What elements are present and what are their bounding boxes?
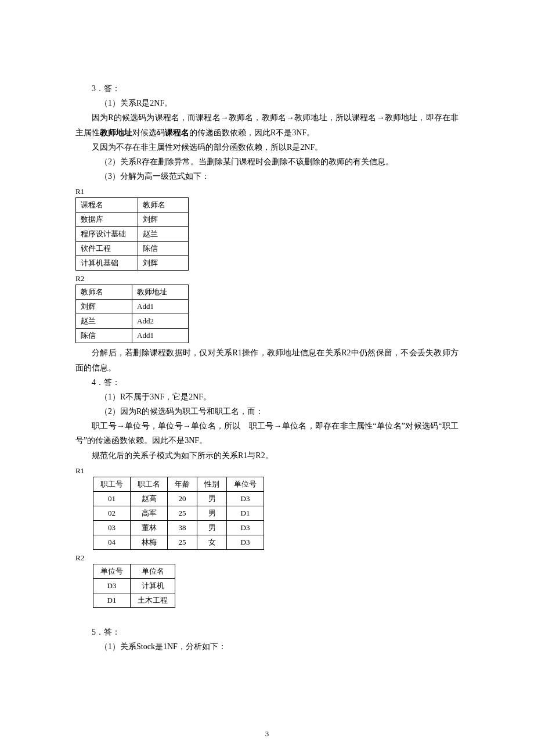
table-row: 软件工程陈信 (76, 242, 189, 256)
table-header: 教师名 (76, 285, 132, 300)
table-cell: 25 (168, 506, 197, 520)
table-cell: 男 (197, 506, 227, 520)
table-header: 职工号 (93, 477, 131, 491)
table-row: 02高军25男D1 (93, 506, 264, 520)
table-label-r1: R1 (75, 466, 459, 476)
table-cell: D1 (227, 506, 264, 520)
q3-table-r1: 课程名 教师名 数据库刘辉 程序设计基础赵兰 软件工程陈信 计算机基础刘辉 (75, 197, 189, 271)
q4-para4: 规范化后的关系子模式为如下所示的关系R1与R2。 (75, 448, 459, 463)
table-row: 04林梅25女D3 (93, 535, 264, 549)
q5-heading: 5．答： (75, 625, 459, 639)
table-cell: 03 (93, 520, 131, 535)
table-row: 单位号 单位名 (93, 564, 175, 578)
table-header: 单位名 (131, 564, 175, 578)
q3-point2: （2）关系R存在删除异常。当删除某门课程时会删除不该删除的教师的有关信息。 (75, 154, 459, 169)
table-cell: 男 (197, 520, 227, 535)
table-cell: D3 (227, 491, 264, 506)
table-label-r1: R1 (75, 187, 459, 196)
table-cell: D3 (227, 535, 264, 549)
table-cell: Add2 (132, 314, 189, 329)
table-header: 课程名 (76, 198, 138, 213)
bold-text: 课程名 (165, 128, 189, 137)
q4-para3: 职工号→单位号，单位号→单位名，所以 职工号→单位名，即存在非主属性“单位名”对… (75, 419, 459, 448)
q4-point2: （2）因为R的候选码为职工号和职工名，而： (75, 404, 459, 419)
table-label-r2: R2 (75, 274, 459, 283)
q5-point1: （1）关系Stock是1NF，分析如下： (75, 639, 459, 654)
table-row: D1土木工程 (93, 593, 175, 607)
table-row: 教师名 教师地址 (76, 285, 189, 300)
table-cell: 赵兰 (76, 314, 132, 329)
table-row: 03董林38男D3 (93, 520, 264, 535)
text: 对候选码 (132, 128, 165, 137)
q3-point3: （3）分解为高一级范式如下： (75, 169, 459, 183)
q3-heading: 3．答： (75, 81, 459, 96)
table-label-r2: R2 (75, 553, 459, 563)
q3-table-r2: 教师名 教师地址 刘辉Add1 赵兰Add2 陈信Add1 (75, 285, 189, 343)
table-row: 赵兰Add2 (76, 314, 189, 329)
spacer (75, 610, 459, 625)
table-cell: 软件工程 (76, 242, 138, 256)
q3-para6: 分解后，若删除课程数据时，仅对关系R1操作，教师地址信息在关系R2中仍然保留，不… (75, 345, 459, 375)
table-cell: Add1 (132, 300, 189, 314)
table-cell: 38 (168, 520, 197, 535)
table-row: 刘辉Add1 (76, 300, 189, 314)
table-row: 数据库刘辉 (76, 213, 189, 227)
bold-text: 教师地址 (100, 128, 132, 137)
table-cell: 土木工程 (131, 593, 175, 607)
table-header: 教师名 (138, 198, 189, 213)
table-cell: D3 (227, 520, 264, 535)
table-cell: D1 (93, 593, 131, 607)
q4-heading: 4．答： (75, 375, 459, 390)
q3-para3: 又因为不存在非主属性对候选码的部分函数依赖，所以R是2NF。 (75, 140, 459, 154)
table-cell: 25 (168, 535, 197, 549)
table-header: 教师地址 (132, 285, 189, 300)
table-cell: 20 (168, 491, 197, 506)
q4-table-r1: 职工号 职工名 年龄 性别 单位号 01赵高20男D3 02高军25男D1 03… (93, 477, 264, 550)
table-cell: 02 (93, 506, 131, 520)
table-cell: 刘辉 (138, 256, 189, 271)
page-number: 3 (0, 729, 534, 739)
table-cell: 计算机 (131, 578, 175, 593)
table-cell: 林梅 (131, 535, 168, 549)
table-header: 职工名 (131, 477, 168, 491)
table-row: 课程名 教师名 (76, 198, 189, 213)
table-row: 陈信Add1 (76, 329, 189, 343)
table-cell: 陈信 (138, 242, 189, 256)
table-header: 性别 (197, 477, 227, 491)
table-row: 职工号 职工名 年龄 性别 单位号 (93, 477, 264, 491)
table-cell: 数据库 (76, 213, 138, 227)
table-header: 单位号 (227, 477, 264, 491)
table-cell: 赵高 (131, 491, 168, 506)
table-row: 01赵高20男D3 (93, 491, 264, 506)
table-cell: 赵兰 (138, 227, 189, 242)
table-row: D3计算机 (93, 578, 175, 593)
q3-para2: 因为R的候选码为课程名，而课程名→教师名，教师名→教师地址，所以课程名→教师地址… (75, 110, 459, 139)
q4-point1: （1）R不属于3NF，它是2NF。 (75, 390, 459, 404)
table-cell: 男 (197, 491, 227, 506)
table-cell: 高军 (131, 506, 168, 520)
table-header: 单位号 (93, 564, 131, 578)
q3-point1: （1）关系R是2NF。 (75, 96, 459, 110)
table-cell: 程序设计基础 (76, 227, 138, 242)
table-cell: 陈信 (76, 329, 132, 343)
table-cell: 董林 (131, 520, 168, 535)
table-cell: 01 (93, 491, 131, 506)
text: 的传递函数依赖，因此R不是3NF。 (189, 128, 315, 137)
table-cell: 04 (93, 535, 131, 549)
table-row: 程序设计基础赵兰 (76, 227, 189, 242)
document-page: 3．答： （1）关系R是2NF。 因为R的候选码为课程名，而课程名→教师名，教师… (0, 0, 534, 756)
table-cell: Add1 (132, 329, 189, 343)
table-header: 年龄 (168, 477, 197, 491)
table-cell: 刘辉 (76, 300, 132, 314)
table-cell: 计算机基础 (76, 256, 138, 271)
table-cell: 刘辉 (138, 213, 189, 227)
table-cell: 女 (197, 535, 227, 549)
table-row: 计算机基础刘辉 (76, 256, 189, 271)
table-cell: D3 (93, 578, 131, 593)
q4-table-r2: 单位号 单位名 D3计算机 D1土木工程 (93, 564, 175, 608)
